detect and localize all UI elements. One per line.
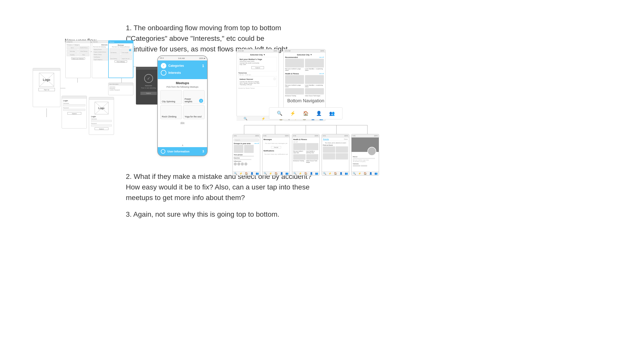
events-tab-inactive[interactable]: Near [344,138,348,140]
rock-climbing-flow: Rock Climbing [110,54,121,60]
logo-label: Logo [43,78,50,82]
events-mini-screen: 9:41100% Events Near You have yet to att… [322,134,349,176]
skip-label[interactable]: skip [158,121,207,125]
search-mini-status: 9:41100% [233,134,260,138]
submit-btn-event[interactable]: Submit [251,66,264,69]
see-all-home: see all [293,141,318,143]
alerts-mini-status: 9:41100% [262,134,290,138]
group-nav-item[interactable]: 👥 [329,111,335,116]
hosted-by-label: Hosted by Niauki Tampa [237,87,279,89]
rec-card-2-title: Love Handles – a spinning class [305,68,324,71]
find-group-btn[interactable]: Find all [271,146,281,148]
notif-title: Notifications [263,150,289,152]
event-status-bar: 9:41 AM100% [237,49,279,53]
step-2-row: Interests [161,70,204,76]
step-2-label: Interests [168,71,181,75]
lightning-sm-4: ⚡ [328,172,331,175]
step-3-number: 3 [202,150,204,153]
login-screen-1: Login Username Password Submit [62,96,87,128]
page-container: 1. The onboarding flow moving from top t… [0,0,644,358]
home-sm-4: 🏠 [334,172,337,175]
selected-city-2[interactable]: Selected City ▼ [284,53,325,56]
meetups-grid: City Spinning Power weights 2 Rock Climb… [158,90,207,121]
yoga-soul-item[interactable]: Yoga for the soul [183,105,205,119]
power-weights-item[interactable]: Power weights 2 [183,90,205,104]
event-grid [323,146,348,159]
influencer-avatars [234,162,259,166]
lightning-sm-5: ⚡ [358,172,361,175]
alerts-mini-nav: 🔍 ⚡ 🏠 👤 👥 [262,171,290,175]
choose-categories-label: Choose a Category [67,44,89,46]
group-sm: 👥 [256,172,259,175]
home-mini-screen: 9:41100% Health & Fitness see all Not yo… [292,134,320,176]
power-weights-badge: 2 [199,99,203,103]
mobile-footer: User Information 3 [158,147,207,156]
home-mini-status: 9:41100% [292,134,319,138]
submit-btn-dark[interactable]: Submit [140,92,157,95]
username-label-1: Username [63,103,85,104]
profile-nav-item[interactable]: 👤 [316,111,322,116]
power-weights-label: Power weights [185,98,199,103]
indoor-card: Indoor Soccer Toshi league [305,88,324,96]
selected-city-label[interactable]: Selected City ▼ [237,53,279,56]
search-input-mini[interactable]: Search... [234,139,259,142]
search-mini-nav: 🔍 ⚡ 🏠 👤 👥 [233,171,260,175]
annotation-3: 3. Again, not sure why this is going top… [126,209,279,220]
group-sm-3: 👥 [315,172,318,175]
info-icon: ⓘ [273,77,276,81]
submit-btn-2[interactable]: Submit [95,127,108,130]
bottom-nav-section: Bottom Navigation 🔍 ⚡ 🏠 👤 👥 [218,98,394,176]
chevron-up-icon: ∧ [158,143,207,147]
home-card-1: Not your mother's yoga class [293,143,306,153]
lightning-sm-3: ⚡ [299,172,302,175]
search-nav-item[interactable]: 🔍 [277,111,282,116]
status-time: 9:41 AM [178,57,185,59]
rec-card-1-title: Not your mother's yoga class [285,68,304,71]
see-all-2[interactable]: see all [319,73,324,75]
events-tab-active[interactable]: Events [323,138,329,140]
select-interests-btn[interactable]: Select your Interests [71,57,85,59]
day-time-label: Thursday, 8:45 pm [240,84,276,85]
sports-item: Sports [67,46,78,49]
find-meetup-btn[interactable]: Find a Meetup [115,60,127,62]
group-cards [234,145,259,153]
user-info-flow-screen: User Information Username Password Confi… [108,83,133,95]
see-all-1[interactable]: see all [319,56,324,58]
step-2-circle [161,70,166,76]
step-1-circle: ✓ [161,63,166,69]
soccer-event-card: Indoor Soccer ⓘ Carmel City Women's leag… [238,76,277,87]
tech-item: Technology [67,50,78,53]
home-card-3: Endurance Training [293,154,306,163]
person-sm: 👤 [250,172,253,175]
meetups-flow-screen: Meetups Meetups Pick from the following … [108,40,133,78]
profile-status-bar: 9:41100% [352,134,379,138]
bottom-nav-title: Bottom Navigation [218,98,394,104]
health-cards: Not your mother's yoga class Love Handle… [285,75,324,87]
influencers-label: Influencers [234,160,259,162]
annotation-1-text: 1. The onboarding flow moving from top t… [126,24,289,53]
user-flow-section: New user flow [19,38,142,47]
submit-btn-1[interactable]: Submit [67,112,81,115]
events-prompt: You have yet to attend an event [323,142,348,144]
alerts-nav-item[interactable]: ⚡ [290,111,295,116]
interests-tags [353,165,377,167]
bottom-nav-connector-svg [218,124,394,134]
lightning-active-icon: ⚡ [269,172,272,175]
login-label-2: Login [91,116,114,117]
mentor-text: Not your mothers yoga class.30 members a… [353,159,377,162]
mentor-label: Mentor [353,156,377,157]
success-title: Awesome! [138,85,159,86]
profile-avatar [367,147,376,156]
person-sm-5: 👤 [369,172,372,175]
home-nav-item[interactable]: 🏠 [303,111,309,116]
city-spinning-item[interactable]: City Spinning [160,90,182,104]
power-weights-flow: Power weights 2 [121,48,132,54]
signup-button[interactable]: Sign Up [39,88,55,91]
rock-climbing-item[interactable]: Rock Climbing [160,105,182,119]
categories-screen: Categories Choose a Category Sports Heal… [65,40,91,78]
success-subtitle: Time to start attending [138,87,159,89]
login-label-1: Login [63,100,85,102]
meetups-title: Meetups [158,79,207,86]
lightning-icon-large: ⚡ [290,111,295,116]
urban-item: Urban Planning [78,50,89,53]
